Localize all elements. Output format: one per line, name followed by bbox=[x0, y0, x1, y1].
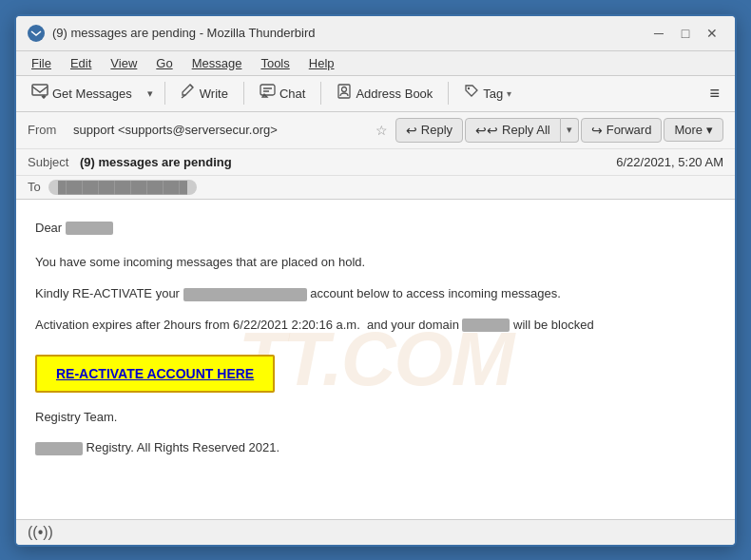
menu-go[interactable]: Go bbox=[148, 53, 180, 73]
svg-point-6 bbox=[342, 87, 347, 92]
window-title: (9) messages are pending - Mozilla Thund… bbox=[52, 26, 316, 40]
address-book-label: Address Book bbox=[356, 87, 433, 101]
toolbar: Get Messages ▾ Write bbox=[16, 76, 735, 112]
reply-button[interactable]: ↩ Reply bbox=[395, 118, 463, 143]
forward-button[interactable]: ↪ Forward bbox=[581, 118, 663, 143]
get-messages-button[interactable]: Get Messages bbox=[24, 80, 140, 106]
main-window: (9) messages are pending - Mozilla Thund… bbox=[14, 14, 737, 547]
svg-rect-2 bbox=[260, 85, 275, 95]
title-bar-left: (9) messages are pending - Mozilla Thund… bbox=[28, 25, 316, 42]
from-label: From bbox=[28, 123, 66, 137]
menu-view[interactable]: View bbox=[103, 53, 144, 73]
write-label: Write bbox=[200, 87, 228, 101]
menu-tools[interactable]: Tools bbox=[253, 53, 297, 73]
more-label: More bbox=[674, 123, 703, 137]
reply-all-dropdown[interactable]: ▾ bbox=[561, 118, 579, 143]
get-messages-icon bbox=[31, 84, 48, 103]
footer-redacted bbox=[35, 442, 83, 455]
forward-label: Forward bbox=[607, 123, 652, 137]
reply-label: Reply bbox=[421, 123, 453, 137]
status-bar: ((•)) bbox=[16, 519, 735, 545]
subject-label: Subject bbox=[28, 155, 80, 169]
chat-label: Chat bbox=[279, 87, 305, 101]
dear-name-redacted bbox=[66, 222, 113, 235]
more-dropdown-arrow: ▾ bbox=[706, 123, 713, 137]
email-content: Dear You have some incoming messages tha… bbox=[35, 219, 716, 459]
separator-4 bbox=[448, 82, 449, 105]
menu-file[interactable]: File bbox=[24, 53, 59, 73]
to-value: ████████████████ bbox=[48, 180, 197, 195]
domain-redacted bbox=[462, 319, 510, 332]
reply-all-group: ↩↩ Reply All ▾ bbox=[465, 118, 579, 143]
reply-all-label: Reply All bbox=[502, 123, 550, 137]
dear-line: Dear bbox=[35, 219, 716, 239]
from-value: support <supports@serversecur.org> bbox=[73, 123, 368, 137]
menu-bar: File Edit View Go Message Tools Help bbox=[16, 51, 735, 76]
email-from-row: From support <supports@serversecur.org> … bbox=[16, 112, 735, 149]
menu-help[interactable]: Help bbox=[301, 53, 342, 73]
reply-icon: ↩ bbox=[406, 123, 417, 138]
svg-point-0 bbox=[30, 28, 42, 39]
forward-icon: ↪ bbox=[591, 123, 603, 138]
connection-icon: ((•)) bbox=[28, 524, 53, 541]
chat-icon bbox=[260, 84, 276, 103]
tag-button[interactable]: Tag ▾ bbox=[456, 80, 519, 106]
reply-all-icon: ↩↩ bbox=[475, 123, 498, 138]
email-subject-row: Subject (9) messages are pending 6/22/20… bbox=[16, 149, 735, 176]
action-buttons: ↩ Reply ↩↩ Reply All ▾ ↪ Forward More ▾ bbox=[395, 118, 723, 143]
get-messages-dropdown[interactable]: ▾ bbox=[144, 84, 157, 104]
more-button[interactable]: More ▾ bbox=[664, 118, 723, 142]
separator-3 bbox=[320, 82, 321, 105]
reply-all-button[interactable]: ↩↩ Reply All bbox=[465, 118, 561, 143]
menu-message[interactable]: Message bbox=[184, 53, 250, 73]
tag-icon bbox=[464, 84, 479, 103]
tag-dropdown-arrow: ▾ bbox=[507, 88, 511, 99]
email-date: 6/22/2021, 5:20 AM bbox=[616, 155, 723, 169]
minimize-button[interactable]: ─ bbox=[647, 22, 670, 45]
paragraph-1: You have some incoming messages that are… bbox=[35, 253, 716, 273]
separator-1 bbox=[164, 82, 165, 105]
title-bar: (9) messages are pending - Mozilla Thund… bbox=[16, 16, 735, 51]
separator-2 bbox=[243, 82, 244, 105]
paragraph-2: Kindly RE-ACTIVATE your account below to… bbox=[35, 284, 716, 304]
svg-rect-1 bbox=[32, 85, 48, 95]
menu-edit[interactable]: Edit bbox=[63, 53, 99, 73]
to-label: To bbox=[28, 180, 48, 194]
maximize-button[interactable]: □ bbox=[674, 22, 697, 45]
write-button[interactable]: Write bbox=[173, 80, 236, 106]
footer: Registry. All Rights Reserved 2021. bbox=[35, 438, 716, 458]
address-book-button[interactable]: Address Book bbox=[329, 80, 440, 106]
email-body: TT.COM Dear You have some incoming messa… bbox=[16, 200, 735, 519]
email-header-bar: From support <supports@serversecur.org> … bbox=[16, 112, 735, 200]
svg-point-7 bbox=[468, 87, 470, 89]
address-book-icon bbox=[337, 84, 352, 103]
window-controls: ─ □ ✕ bbox=[647, 22, 723, 45]
star-icon[interactable]: ☆ bbox=[376, 123, 388, 138]
close-button[interactable]: ✕ bbox=[701, 22, 723, 45]
email-redacted-1 bbox=[183, 288, 307, 301]
hamburger-menu-button[interactable]: ≡ bbox=[702, 80, 727, 107]
subject-value: (9) messages are pending bbox=[80, 155, 616, 169]
chat-button[interactable]: Chat bbox=[252, 80, 313, 106]
closing: Registry Team. bbox=[35, 408, 716, 428]
paragraph-3: Activation expires after 2hours from 6/2… bbox=[35, 316, 716, 336]
get-messages-label: Get Messages bbox=[52, 87, 132, 101]
email-to-row: To ████████████████ bbox=[16, 176, 735, 199]
tag-label: Tag bbox=[483, 87, 503, 101]
app-icon bbox=[28, 25, 45, 42]
write-icon bbox=[181, 84, 196, 103]
reactivate-button[interactable]: RE-ACTIVATE ACCOUNT HERE bbox=[35, 355, 275, 393]
